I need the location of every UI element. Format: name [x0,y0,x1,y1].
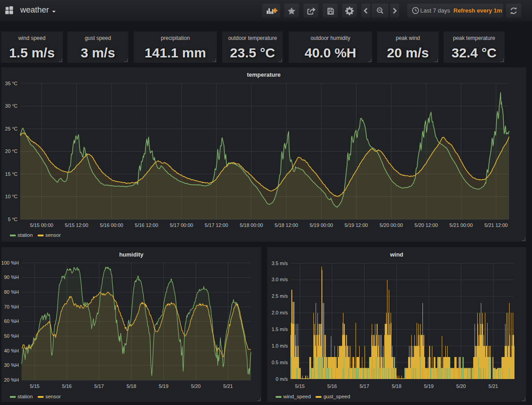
svg-text:1.5 m/s: 1.5 m/s [272,327,288,332]
svg-text:3.0 m/s: 3.0 m/s [272,277,288,282]
svg-text:1.0 m/s: 1.0 m/s [272,343,288,348]
svg-text:80 %H: 80 %H [4,289,19,295]
svg-text:5/17: 5/17 [94,383,104,389]
svg-text:40 %H: 40 %H [4,348,19,353]
svg-text:2.0 m/s: 2.0 m/s [272,310,288,315]
svg-text:30 %H: 30 %H [4,362,19,368]
svg-text:5/17 00:00: 5/17 00:00 [170,222,193,228]
svg-text:60 %H: 60 %H [4,318,19,324]
svg-text:5/21 00:00: 5/21 00:00 [449,222,473,228]
svg-text:5/21 12:00: 5/21 12:00 [484,222,508,228]
svg-text:5/18: 5/18 [392,383,401,389]
svg-text:5/18: 5/18 [127,383,136,389]
svg-text:30 °C: 30 °C [5,103,18,109]
svg-text:5/16 12:00: 5/16 12:00 [135,222,158,228]
svg-text:5/17: 5/17 [360,383,369,389]
svg-text:20 %H: 20 %H [4,377,19,383]
svg-text:35 °C: 35 °C [5,81,18,86]
svg-text:5/20 00:00: 5/20 00:00 [379,222,403,228]
svg-text:3.5 m/s: 3.5 m/s [272,261,288,266]
svg-text:5/21: 5/21 [223,383,233,389]
svg-text:15 °C: 15 °C [5,171,18,177]
svg-text:5/16 00:00: 5/16 00:00 [100,222,123,228]
svg-text:5/15: 5/15 [30,383,39,389]
svg-text:100 %H: 100 %H [1,260,19,266]
svg-text:50 %H: 50 %H [4,333,19,339]
svg-text:5/20 12:00: 5/20 12:00 [414,222,438,228]
svg-text:70 %H: 70 %H [4,304,19,309]
svg-text:5/19 12:00: 5/19 12:00 [345,222,368,228]
svg-text:5/19 00:00: 5/19 00:00 [310,222,333,228]
svg-text:5 °C: 5 °C [8,217,18,222]
svg-text:0 m/s: 0 m/s [276,376,288,382]
svg-text:5/21: 5/21 [488,383,498,389]
svg-text:5/15 00:00: 5/15 00:00 [30,222,53,228]
svg-text:10 °C: 10 °C [5,194,18,199]
svg-text:20 °C: 20 °C [5,148,18,154]
svg-text:5/19: 5/19 [159,383,168,389]
svg-text:5/16: 5/16 [327,383,337,389]
svg-text:5/16: 5/16 [62,383,71,389]
svg-text:25 °C: 25 °C [5,126,18,131]
svg-text:5/18 00:00: 5/18 00:00 [240,222,263,228]
svg-text:5/19: 5/19 [424,383,433,389]
svg-text:90 %H: 90 %H [4,274,19,280]
svg-text:5/20: 5/20 [191,383,200,389]
svg-text:5/18 12:00: 5/18 12:00 [275,222,298,228]
svg-text:5/20: 5/20 [456,383,466,389]
svg-text:0.5 m/s: 0.5 m/s [272,360,288,365]
svg-text:5/15: 5/15 [295,383,304,389]
svg-text:5/15 12:00: 5/15 12:00 [65,222,88,228]
svg-text:5/17 12:00: 5/17 12:00 [205,222,228,228]
svg-text:2.5 m/s: 2.5 m/s [272,293,288,299]
